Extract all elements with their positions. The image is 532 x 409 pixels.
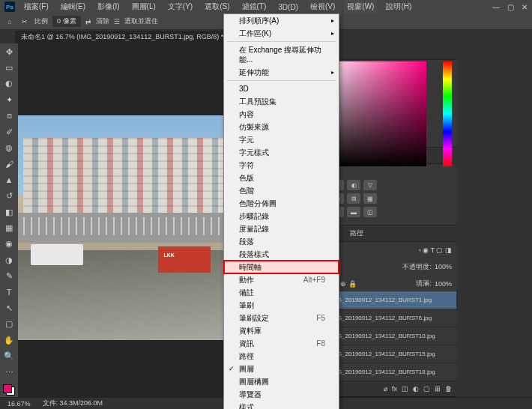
link-layers-icon[interactable]: ⌀ [384,385,387,393]
menu-3d[interactable]: 3D(D) [275,1,301,13]
menu-filter[interactable]: 濾鏡(T) [239,0,270,13]
blur-tool[interactable]: ◉ [1,237,16,251]
ratio-label: 比例 [34,16,48,26]
type-tool[interactable]: T [1,285,16,299]
menu-item[interactable]: 動作Alt+F9 [224,273,339,286]
menu-item[interactable]: 資訊F8 [224,337,339,350]
menu-item[interactable]: 工作區(K) [224,27,339,40]
menu-item[interactable]: 色階分佈圖 [224,197,339,210]
gradient-tool[interactable]: ▦ [1,221,16,234]
color-lookup-icon[interactable]: ▦ [363,193,377,204]
app-logo: Ps [4,1,15,12]
home-icon[interactable]: ⌂ [4,16,15,27]
exposure-icon[interactable]: ◐ [347,180,360,190]
menu-window[interactable]: 視窗(W) [344,0,377,13]
marquee-tool[interactable]: ▭ [1,61,16,74]
menu-file[interactable]: 檔案(F) [21,0,52,13]
menu-item[interactable]: 備註 [224,286,339,299]
menu-select[interactable]: 選取(S) [202,0,232,13]
color-swatch[interactable] [3,384,15,396]
selective-color-icon[interactable]: ◫ [363,207,377,217]
menu-item[interactable]: 步驟記錄 [224,210,339,222]
hand-tool[interactable]: ✋ [1,333,16,347]
stamp-tool[interactable]: ▲ [1,173,16,187]
layer-name: IMG_20190912_134112_BURST1.jpg [330,297,453,303]
heal-tool[interactable]: ◍ [1,141,16,154]
menu-item[interactable]: 工具預設集 [224,95,339,108]
ratio-value[interactable]: 0 像素 [52,16,81,27]
menu-item[interactable]: 3D [224,82,339,95]
hue-slider[interactable] [443,61,452,166]
fg-color[interactable] [3,384,12,393]
menu-item[interactable]: 路徑 [224,350,339,363]
document-tab[interactable]: 未命名1 @ 16.7% (IMG_20190912_134112_BURST1… [15,31,238,43]
menu-item[interactable]: 色版 [224,172,339,184]
crop-tool[interactable]: ⧈ [1,109,16,123]
select-preset-button[interactable]: 選取並選住 [124,16,158,26]
crop-tool-icon[interactable]: ✂ [19,16,30,27]
menu-view[interactable]: 檢視(V) [307,0,338,13]
menu-type[interactable]: 文字(Y) [165,0,196,13]
trash-icon[interactable]: 🗑 [445,385,452,393]
zoom-level[interactable]: 16.67% [7,400,31,408]
menu-item[interactable]: 筆刷設定F5 [224,312,339,324]
document-tab-title: 未命名1 @ 16.7% (IMG_20190912_134112_BURST1… [21,32,223,42]
menu-item[interactable]: 字元 [224,133,339,146]
menu-item[interactable]: 時間軸 [224,261,339,273]
menu-item[interactable]: 圖層 [224,363,339,375]
layer-name: IMG_20190912_134112_BURST18.jpg [330,369,453,375]
opacity-label: 不透明度: [402,262,432,272]
clear-button[interactable]: 清除 [96,16,109,26]
move-tool[interactable]: ✥ [1,45,16,58]
menu-item[interactable]: 圖層構圖 [224,375,339,388]
menu-item[interactable]: 字符 [224,159,339,172]
zoom-tool[interactable]: 🔍 [1,349,16,363]
gradient-map-icon[interactable]: ▬ [347,207,360,217]
menu-item[interactable]: 資料庫 [224,324,339,337]
menu-item[interactable]: 度量記錄 [224,222,339,235]
channel-mixer-icon[interactable]: ⊞ [347,193,360,204]
fx-icon[interactable]: fx [392,385,397,393]
menu-item[interactable]: 仿製來源 [224,121,339,133]
history-brush-tool[interactable]: ↺ [1,190,16,203]
menu-bar: Ps 檔案(F) 編輯(E) 影像(I) 圖層(L) 文字(Y) 選取(S) 濾… [0,0,532,13]
mask-icon[interactable]: ◫ [402,385,408,393]
menu-help[interactable]: 說明(H) [383,0,414,13]
dodge-tool[interactable]: ◑ [1,253,16,267]
menu-item[interactable]: 導覽器 [224,388,339,401]
layer-name: IMG_20190912_134112_BURST15.jpg [330,351,453,357]
menu-item[interactable]: 內容 [224,108,339,121]
menu-item[interactable]: 樣式 [224,401,339,409]
edit-toolbar[interactable]: ⋯ [1,366,16,379]
lasso-tool[interactable]: ◐ [1,77,16,91]
pen-tool[interactable]: ✎ [1,269,16,282]
menu-image[interactable]: 影像(I) [94,0,122,13]
menu-layer[interactable]: 圖層(L) [129,0,159,13]
close-icon[interactable]: ✕ [522,3,528,11]
menu-item[interactable]: 字元樣式 [224,146,339,159]
minimize-icon[interactable]: — [492,3,500,11]
wand-tool[interactable]: ✦ [1,93,16,106]
menu-item[interactable]: 排列順序(A) [224,14,339,27]
shape-tool[interactable]: ▢ [1,318,16,331]
maximize-icon[interactable]: ▢ [507,3,514,11]
tab-paths[interactable]: 路徑 [344,225,369,241]
vibrance-icon[interactable]: ▽ [363,180,377,190]
menu-edit[interactable]: 編輯(E) [58,0,88,13]
fill-value[interactable]: 100% [435,280,452,288]
save-preset-button[interactable]: ☰ [114,18,120,25]
menu-item[interactable]: 延伸功能 [224,66,339,79]
eyedropper-tool[interactable]: ✐ [1,125,16,139]
group-icon[interactable]: ▢ [423,385,430,393]
menu-item[interactable]: 在 Exchange 搜尋延伸功能... [224,43,339,66]
path-tool[interactable]: ↖ [1,301,16,315]
menu-item[interactable]: 段落 [224,235,339,248]
adjustment-layer-icon[interactable]: ◐ [413,385,419,393]
menu-item[interactable]: 段落樣式 [224,248,339,261]
opacity-value[interactable]: 100% [435,263,452,270]
brush-tool[interactable]: 🖌 [1,157,16,171]
new-layer-icon[interactable]: ⊞ [435,385,441,393]
menu-item[interactable]: 筆刷 [224,299,339,312]
eraser-tool[interactable]: ◧ [1,205,16,219]
menu-item[interactable]: 色階 [224,184,339,197]
